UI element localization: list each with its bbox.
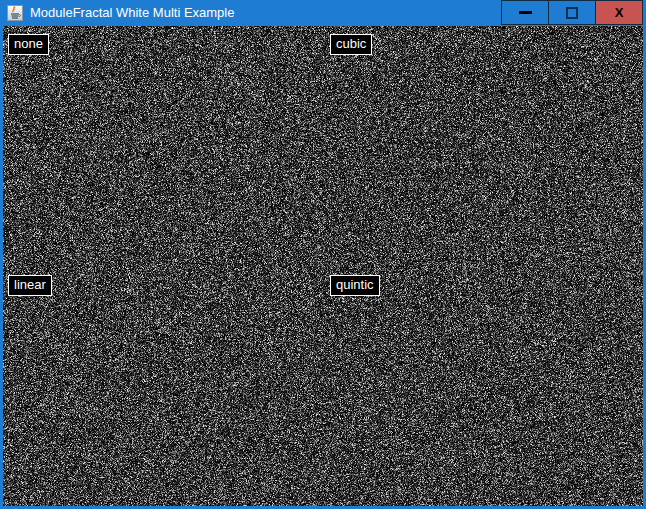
window-title: ModuleFractal White Multi Example xyxy=(30,0,234,26)
minimize-button[interactable] xyxy=(501,0,549,25)
close-button[interactable]: X xyxy=(595,0,643,25)
quadrant-label-none: none xyxy=(8,34,49,55)
minimize-icon xyxy=(519,11,532,14)
quadrant-label-linear: linear xyxy=(8,275,52,296)
titlebar[interactable]: ModuleFractal White Multi Example X xyxy=(0,0,646,26)
window-controls: X xyxy=(502,0,643,25)
noise-viewport: none cubic linear quintic xyxy=(3,26,643,506)
app-window: ModuleFractal White Multi Example X none… xyxy=(0,0,646,509)
java-coffee-cup-icon xyxy=(7,5,23,21)
maximize-button[interactable] xyxy=(548,0,596,25)
quadrant-label-cubic: cubic xyxy=(330,34,372,55)
noise-canvas xyxy=(3,26,643,506)
close-icon: X xyxy=(615,6,624,19)
maximize-icon xyxy=(566,7,578,19)
quadrant-label-quintic: quintic xyxy=(330,275,380,296)
